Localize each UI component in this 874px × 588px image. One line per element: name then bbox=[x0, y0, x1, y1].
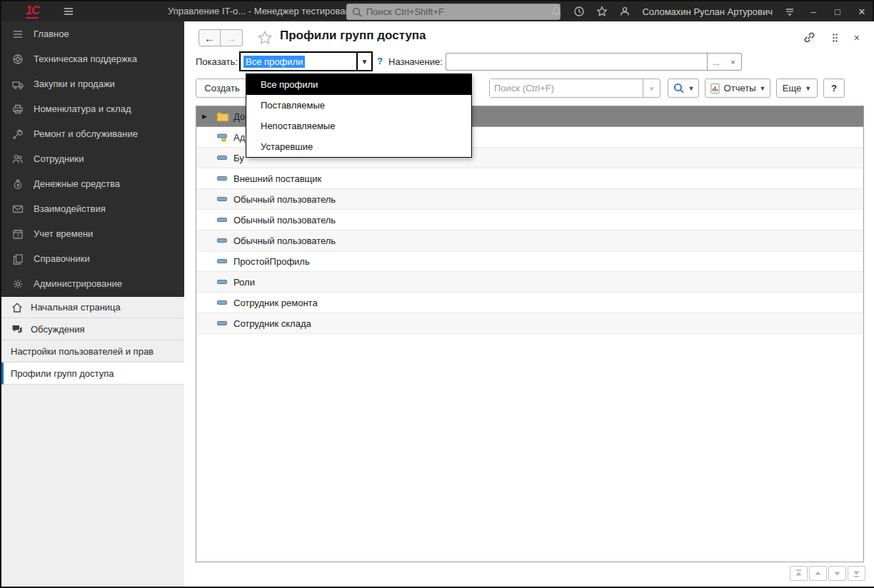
sidebar-page-item[interactable]: Начальная страница bbox=[1, 296, 184, 318]
sidebar-item[interactable]: Справочники bbox=[1, 246, 184, 271]
table-row[interactable]: ПростойПрофиль bbox=[196, 251, 863, 272]
sidebar-item[interactable]: Денежные средства bbox=[1, 171, 184, 196]
profile-icon bbox=[216, 215, 231, 225]
user-icon[interactable] bbox=[619, 6, 631, 17]
row-label: Обычный пользователь bbox=[233, 194, 336, 205]
user-name[interactable]: Соломахин Руслан Артурович bbox=[642, 6, 773, 17]
dropdown-option[interactable]: Устаревшие bbox=[246, 136, 471, 157]
close-window-button[interactable]: ✕ bbox=[855, 6, 868, 17]
sidebar-item[interactable]: Взаимодействия bbox=[1, 196, 184, 221]
sidebar-item-label: Номенклатура и склад bbox=[34, 103, 131, 114]
row-label: Внешний поставщик bbox=[233, 173, 321, 184]
get-link-icon[interactable] bbox=[803, 31, 816, 44]
sidebar-page-item[interactable]: Настройки пользователей и прав bbox=[1, 340, 184, 363]
tools-icon bbox=[11, 128, 24, 141]
titlebar: 1С Управление IT-о... - Менеджер тестиро… bbox=[1, 1, 873, 21]
sidebar-page-item[interactable]: Обсуждения bbox=[1, 318, 184, 340]
sidebar-item[interactable]: Администрирование bbox=[1, 271, 184, 296]
more-dots-icon[interactable] bbox=[832, 33, 838, 43]
table-row[interactable]: Роли bbox=[196, 272, 863, 293]
main-menu-icon[interactable] bbox=[63, 6, 74, 17]
table-row[interactable]: Обычный пользователь bbox=[196, 210, 863, 230]
favorites-star-icon[interactable] bbox=[596, 6, 608, 17]
svg-text:7: 7 bbox=[16, 232, 19, 238]
list-search-input[interactable] bbox=[490, 79, 643, 97]
dropdown-option[interactable]: Поставляемые bbox=[246, 95, 471, 116]
help-button[interactable]: ? bbox=[823, 78, 845, 98]
notifications-bell-icon[interactable] bbox=[551, 6, 562, 17]
table-row[interactable]: Внешний поставщик bbox=[196, 168, 863, 189]
sidebar-item[interactable]: Номенклатура и склад bbox=[1, 96, 184, 121]
expand-triangle-icon[interactable]: ▶ bbox=[202, 113, 212, 120]
sidebar-pages: Начальная страницаОбсужденияНастройки по… bbox=[1, 296, 184, 385]
purpose-select-button[interactable]: ... bbox=[707, 53, 725, 71]
show-filter-dropdown: Все профилиПоставляемыеНепоставляемыеУст… bbox=[246, 74, 472, 158]
1c-logo: 1С bbox=[26, 4, 39, 19]
table-row[interactable]: Сотрудник склада bbox=[196, 313, 863, 334]
go-prev-button[interactable] bbox=[809, 566, 827, 581]
go-next-button[interactable] bbox=[828, 566, 846, 581]
show-filter-combobox[interactable]: Все профили ▼ bbox=[239, 51, 373, 71]
dropdown-option[interactable]: Все профили bbox=[246, 74, 471, 95]
table-row[interactable]: Обычный пользователь bbox=[196, 230, 863, 251]
page-title: Профили групп доступа bbox=[280, 29, 426, 43]
go-first-button[interactable] bbox=[790, 566, 808, 581]
profile-icon bbox=[216, 235, 231, 245]
dropdown-option[interactable]: Непоставляемые bbox=[246, 116, 471, 136]
sidebar-page-item[interactable]: Профили групп доступа bbox=[1, 363, 184, 385]
search-icon bbox=[351, 6, 363, 18]
gear-icon bbox=[11, 278, 24, 290]
add-to-favorites-star-icon[interactable] bbox=[257, 30, 273, 46]
sidebar-item[interactable]: Сотрудники bbox=[1, 146, 184, 171]
sidebar-item[interactable]: Закупки и продажи bbox=[1, 71, 184, 96]
profile-icon bbox=[216, 298, 231, 308]
list-search-box[interactable]: × bbox=[489, 78, 660, 98]
list-search-clear-icon[interactable]: × bbox=[643, 79, 660, 97]
app-window: 1С Управление IT-о... - Менеджер тестиро… bbox=[0, 0, 874, 588]
find-button[interactable]: ▼ bbox=[668, 78, 699, 98]
table-row[interactable]: Обычный пользователь bbox=[196, 189, 863, 210]
profile-icon bbox=[216, 277, 231, 287]
main-content: ← → Профили групп доступа × Показать: Вс… bbox=[186, 21, 874, 587]
more-button[interactable]: Еще▼ bbox=[776, 78, 818, 98]
help-question-mark[interactable]: ? bbox=[377, 56, 383, 66]
forward-button[interactable]: → bbox=[221, 29, 243, 46]
profile-icon bbox=[216, 132, 231, 142]
sidebar-item-label: Сотрудники bbox=[34, 153, 84, 164]
reports-button[interactable]: Отчеты▼ bbox=[705, 78, 770, 98]
sidebar-item-label: Закупки и продажи bbox=[34, 78, 115, 89]
sidebar-item-label: Взаимодействия bbox=[34, 203, 106, 214]
menu-icon bbox=[11, 28, 24, 41]
profile-icon bbox=[216, 318, 231, 328]
row-label: Роли bbox=[233, 277, 255, 288]
sidebar-item[interactable]: Ремонт и обслуживание bbox=[1, 121, 184, 146]
sidebar-item-label: Учет времени bbox=[34, 228, 93, 239]
global-search-box[interactable] bbox=[346, 4, 561, 20]
go-last-button[interactable] bbox=[848, 566, 865, 581]
combobox-dropdown-arrow-icon[interactable]: ▼ bbox=[356, 53, 371, 70]
maximize-button[interactable]: □ bbox=[831, 6, 844, 17]
lifebuoy-icon bbox=[11, 53, 24, 66]
sidebar-item[interactable]: Техническая поддержка bbox=[1, 46, 184, 71]
sidebar-item[interactable]: Главное bbox=[1, 21, 184, 46]
row-label: Обычный пользователь bbox=[233, 215, 336, 225]
report-icon bbox=[710, 83, 720, 94]
sidebar-page-label: Настройки пользователей и прав bbox=[11, 346, 154, 357]
people-icon bbox=[11, 153, 24, 166]
sidebar-item-label: Администрирование bbox=[34, 278, 122, 289]
service-menu-icon[interactable] bbox=[784, 6, 795, 17]
history-icon[interactable] bbox=[573, 6, 585, 17]
close-form-icon[interactable]: × bbox=[854, 32, 860, 44]
sidebar-item[interactable]: 7Учет времени bbox=[1, 221, 184, 246]
minimize-button[interactable]: – bbox=[807, 6, 820, 17]
purpose-clear-button[interactable]: × bbox=[725, 53, 742, 71]
printer-icon bbox=[11, 103, 24, 116]
purpose-input[interactable] bbox=[446, 53, 707, 71]
create-button[interactable]: Создать bbox=[196, 78, 248, 98]
sidebar-item-label: Техническая поддержка bbox=[34, 54, 137, 64]
show-filter-value: Все профили bbox=[243, 56, 305, 68]
back-button[interactable]: ← bbox=[199, 29, 221, 46]
table-row[interactable]: Сотрудник ремонта bbox=[196, 293, 863, 313]
global-search-input[interactable] bbox=[366, 6, 556, 17]
sidebar-sections: ГлавноеТехническая поддержкаЗакупки и пр… bbox=[1, 21, 184, 296]
